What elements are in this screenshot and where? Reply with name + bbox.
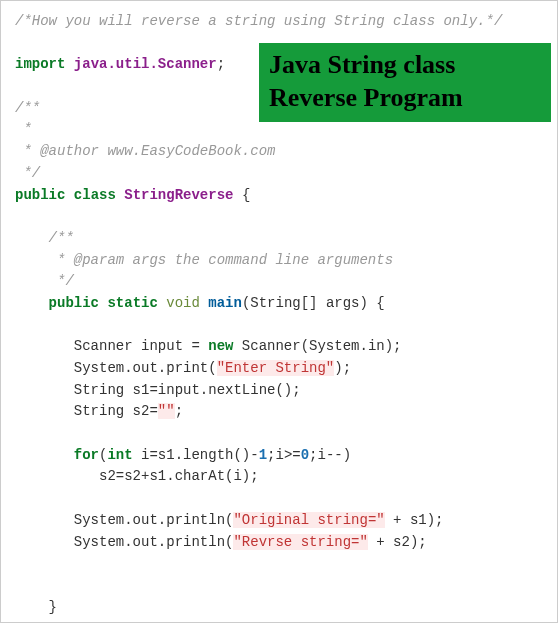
- import-package: java.util.Scanner: [74, 56, 217, 72]
- class-name: StringReverse: [124, 187, 233, 203]
- method-close-brace: }: [49, 599, 57, 615]
- comment-top: /*How you will reverse a string using St…: [15, 13, 502, 29]
- banner-line1: Java String class: [269, 49, 541, 82]
- javadoc-class-open: /**: [15, 100, 40, 116]
- class-keyword: class: [74, 187, 116, 203]
- for-line: for(int i=s1.length()-1;i>=0;i--): [74, 447, 351, 463]
- s1-decl-line: String s1=input.nextLine();: [74, 382, 301, 398]
- print-enter-line: System.out.print("Enter String");: [74, 360, 351, 376]
- javadoc-method-open: /**: [49, 230, 74, 246]
- void-keyword: void: [166, 295, 200, 311]
- import-keyword: import: [15, 56, 65, 72]
- println-reverse-line: System.out.println("Revrse string=" + s2…: [74, 534, 427, 550]
- for-body-line: s2=s2+s1.charAt(i);: [74, 468, 259, 484]
- main-method: main: [208, 295, 242, 311]
- javadoc-class-star: *: [15, 121, 32, 137]
- javadoc-class-close: */: [15, 165, 40, 181]
- javadoc-method-close: */: [49, 273, 74, 289]
- public-keyword: public: [15, 187, 65, 203]
- javadoc-class-author: * @author www.EasyCodeBook.com: [15, 143, 275, 159]
- static-keyword: static: [107, 295, 157, 311]
- scanner-line: Scanner input = new Scanner(System.in);: [74, 338, 402, 354]
- javadoc-method-param: * @param args the command line arguments: [49, 252, 393, 268]
- title-banner: Java String class Reverse Program: [259, 43, 551, 122]
- println-original-line: System.out.println("Original string=" + …: [74, 512, 444, 528]
- s2-decl-line: String s2="";: [74, 403, 183, 419]
- banner-line2: Reverse Program: [269, 82, 541, 115]
